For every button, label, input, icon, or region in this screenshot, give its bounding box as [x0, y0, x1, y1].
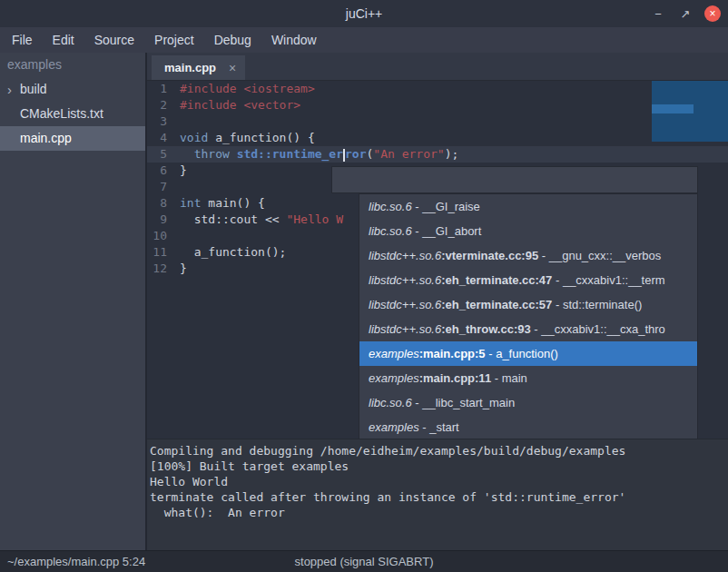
tab-maincpp[interactable]: main.cpp ×: [152, 55, 245, 80]
code-token: [180, 147, 194, 161]
bt-module: examples: [369, 420, 419, 434]
sidebar-item-build[interactable]: › build: [0, 77, 145, 102]
code-token: );: [445, 147, 459, 161]
line-number: 12: [147, 261, 172, 277]
backtrace-item[interactable]: libc.so.6 - __GI_abort: [359, 219, 697, 243]
backtrace-item[interactable]: libstdc++.so.6:eh_terminate.cc:57 - std:…: [359, 292, 697, 317]
tree-item-label: main.cpp: [20, 131, 72, 145]
debug-tooltip: [331, 166, 698, 193]
line-number: 2: [147, 97, 172, 113]
line-number: 8: [147, 195, 172, 212]
sidebar-item-maincpp[interactable]: main.cpp: [0, 126, 145, 151]
output-line: what(): An error: [150, 505, 728, 520]
debug-status: stopped (signal SIGABRT): [295, 555, 434, 568]
maximize-icon[interactable]: ↗: [677, 5, 694, 22]
code-token: "Hello W: [286, 212, 343, 226]
code-token: throw: [194, 147, 230, 161]
bt-module: libstdc++.so.6: [369, 298, 441, 311]
window-title: juCi++: [346, 6, 382, 21]
bt-function: - std::terminate(): [552, 298, 642, 311]
bt-location: :eh_terminate.cc:47: [441, 273, 552, 287]
file-position: ~/examples/main.cpp 5:24: [0, 555, 145, 568]
menu-window[interactable]: Window: [261, 27, 327, 53]
file-tree-sidebar: examples › build CMakeLists.txt main.cpp: [0, 53, 147, 550]
bt-function: - __cxxabiv1::__cxa_thro: [531, 322, 665, 336]
output-line: terminate called after throwing an insta…: [150, 489, 728, 505]
minimize-icon[interactable]: −: [650, 5, 666, 22]
app-window: juCi++ − ↗ × File Edit Source Project De…: [0, 0, 728, 572]
code-token: std::cout <<: [180, 212, 286, 226]
code-token: #include <vector>: [180, 98, 300, 112]
menu-debug[interactable]: Debug: [204, 27, 261, 53]
code-token: void: [180, 131, 208, 144]
backtrace-item[interactable]: libc.so.6 - __GI_raise: [359, 194, 697, 219]
code-token: std::runtime_er: [237, 147, 343, 161]
tab-label: main.cpp: [164, 61, 216, 74]
line-number: 11: [147, 244, 172, 261]
main-area: examples › build CMakeLists.txt main.cpp…: [0, 53, 728, 550]
line-number: 5: [147, 146, 172, 163]
output-line: Compiling and debugging /home/eidheim/ex…: [150, 443, 728, 459]
backtrace-popup: libc.so.6 - __GI_raise libc.so.6 - __GI_…: [359, 193, 698, 439]
backtrace-item[interactable]: libstdc++.so.6:eh_throw.cc:93 - __cxxabi…: [359, 317, 697, 341]
bt-location: :main.cpp:11: [419, 371, 491, 385]
backtrace-item-selected[interactable]: examples:main.cpp:5 - a_function(): [359, 341, 697, 366]
code-line[interactable]: 2 #include <vector>: [147, 97, 728, 113]
bt-function: - __libc_start_main: [412, 396, 515, 409]
backtrace-item[interactable]: examples - _start: [359, 415, 697, 439]
menu-file[interactable]: File: [2, 27, 43, 53]
code-line[interactable]: 4 void a_function() {: [147, 130, 728, 146]
line-number: 3: [147, 113, 172, 130]
bt-location: :main.cpp:5: [419, 347, 486, 360]
code-token: a_function() {: [208, 131, 314, 144]
code-token: ror: [345, 147, 366, 161]
code-token: "An error": [373, 147, 444, 161]
code-token: #include <iostream>: [180, 82, 315, 95]
backtrace-item[interactable]: libstdc++.so.6:vterminate.cc:95 - __gnu_…: [359, 243, 697, 268]
bt-module: examples: [369, 347, 419, 360]
backtrace-item[interactable]: examples:main.cpp:11 - main: [359, 366, 697, 390]
tree-item-label: CMakeLists.txt: [20, 106, 103, 121]
code-token: main() {: [201, 196, 264, 210]
menubar: File Edit Source Project Debug Window: [0, 27, 728, 53]
close-icon[interactable]: ×: [229, 61, 236, 75]
bt-module: libstdc++.so.6: [369, 273, 441, 287]
code-token: }: [180, 261, 187, 275]
code-token: a_function();: [180, 245, 286, 259]
sidebar-item-cmakelists[interactable]: CMakeLists.txt: [0, 102, 145, 126]
bt-location: :vterminate.cc:95: [441, 249, 538, 262]
bt-module: libstdc++.so.6: [369, 322, 441, 336]
chevron-right-icon[interactable]: ›: [7, 77, 12, 102]
close-icon[interactable]: ×: [704, 5, 721, 22]
bt-function: - _start: [419, 420, 459, 434]
bt-function: - __GI_abort: [412, 224, 482, 238]
code-line-current[interactable]: 5 throw std::runtime_error("An error");: [147, 146, 728, 163]
backtrace-item[interactable]: libstdc++.so.6:eh_terminate.cc:47 - __cx…: [359, 268, 697, 292]
bt-module: libc.so.6: [369, 396, 412, 409]
editor-column: main.cpp × 1 #include <iostream> 2 #incl…: [147, 53, 728, 550]
line-number: 6: [147, 163, 172, 179]
code-line[interactable]: 3: [147, 113, 728, 130]
menu-project[interactable]: Project: [144, 27, 204, 53]
bt-module: examples: [369, 371, 419, 385]
bt-function: - __gnu_cxx::__verbos: [538, 249, 661, 262]
menu-edit[interactable]: Edit: [43, 27, 84, 53]
tree-item-label: build: [20, 82, 47, 96]
backtrace-item[interactable]: libc.so.6 - __libc_start_main: [359, 390, 697, 415]
line-number: 9: [147, 212, 172, 228]
output-panel: Compiling and debugging /home/eidheim/ex…: [147, 439, 728, 550]
overview-highlight: [652, 104, 694, 113]
menu-source[interactable]: Source: [84, 27, 144, 53]
line-number: 4: [147, 130, 172, 146]
tabbar: main.cpp ×: [147, 53, 728, 81]
bt-function: - __cxxabiv1::__term: [552, 273, 664, 287]
bt-location: :eh_throw.cc:93: [441, 322, 531, 336]
overview-panel: [652, 81, 728, 142]
bt-function: - a_function(): [486, 347, 558, 360]
code-line[interactable]: 1 #include <iostream>: [147, 81, 728, 97]
project-name: examples: [0, 53, 145, 77]
output-line: Hello World: [150, 474, 728, 489]
code-editor[interactable]: 1 #include <iostream> 2 #include <vector…: [147, 81, 728, 439]
code-token: int: [180, 196, 201, 210]
line-number: 10: [147, 228, 172, 244]
